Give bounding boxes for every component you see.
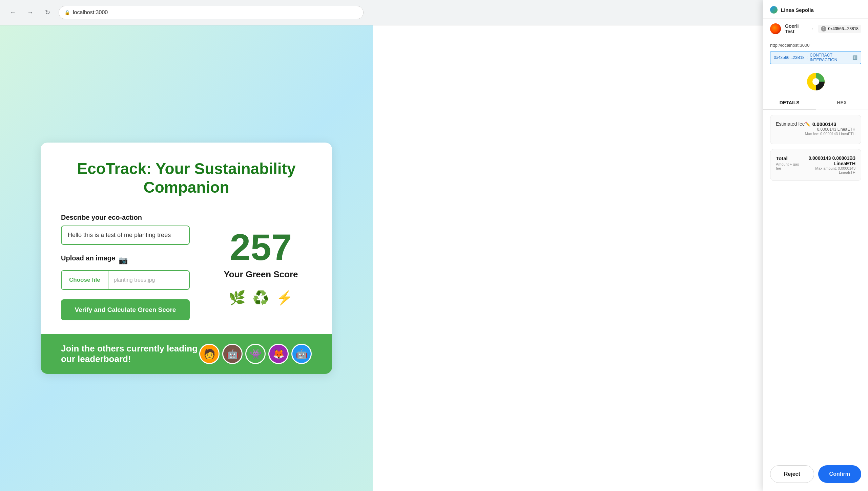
score-label: Your Green Score [224, 269, 298, 280]
eco-action-input[interactable] [61, 226, 190, 245]
upload-label: Upload an image [61, 254, 115, 262]
mm-total-max: Max amount: 0.0000143 LineaETH [799, 166, 855, 174]
leaf-icon: 🌿 [229, 290, 246, 306]
metamask-panel: Linea Sepolia Goerli Test → ? 0x43566...… [763, 0, 868, 491]
app-title: EcoTrack: Your Sustainability Companion [61, 159, 312, 197]
mm-body: Estimated fee ✏️ 0.0000143 0.0000143 Lin… [763, 109, 868, 460]
mm-fee-max: Max fee: 0.0000143 LineaETH [805, 132, 855, 136]
mm-tab-hex[interactable]: HEX [816, 96, 868, 109]
two-column-layout: Describe your eco-action Upload an image… [61, 214, 312, 320]
main-content: EcoTrack: Your Sustainability Companion … [0, 25, 373, 491]
avatar-4: 🦊 [268, 344, 289, 364]
back-button[interactable]: ← [7, 6, 19, 19]
mm-tab-details[interactable]: DETAILS [763, 96, 816, 109]
choose-file-button[interactable]: Choose file [62, 271, 108, 289]
mm-total-right: 0.0000143 0.00001B3 LineaETH Max amount:… [799, 155, 855, 174]
mm-contract-address: 0x43566...23B18 [774, 55, 805, 60]
mm-tabs: DETAILS HEX [763, 96, 868, 109]
camera-icon: 📷 [119, 256, 128, 265]
score-number: 257 [230, 229, 292, 266]
app-card: EcoTrack: Your Sustainability Companion … [41, 143, 332, 374]
avatar-row: 🧑 🤖 👾 🦊 🤖 [199, 344, 312, 364]
upload-label-row: Upload an image 📷 [61, 254, 190, 266]
mm-info-icon-2: ℹ️ [852, 55, 857, 60]
leaderboard-banner: Join the others currently leading our le… [41, 334, 332, 374]
address-bar[interactable]: 🔒 localhost:3000 [59, 6, 364, 19]
mm-total-section: Total Amount + gas fee 0.0000143 0.00001… [770, 149, 861, 181]
mm-footer: Reject Confirm [763, 460, 868, 491]
verify-button[interactable]: Verify and Calculate Green Score [61, 299, 190, 320]
mm-total-eth: 0.0000143 0.00001B3 LineaETH [799, 155, 855, 166]
mm-network-name: Linea Sepolia [781, 7, 814, 13]
mm-arrow-icon: → [809, 26, 814, 32]
recycle-icon: ♻️ [252, 290, 269, 306]
avatar-2: 🤖 [222, 344, 243, 364]
edit-fee-icon[interactable]: ✏️ [805, 122, 810, 127]
lock-icon: 🔒 [64, 10, 70, 15]
mm-account-avatar [770, 23, 781, 34]
mm-total-left: Total Amount + gas fee [776, 155, 799, 170]
mm-contract-badge: 0x43566...23B18 : CONTRACT INTERACTION ℹ… [770, 51, 861, 64]
mm-fee-eth-value: 0.0000143 [812, 121, 836, 127]
mm-contract-row: 0x43566...23B18 : CONTRACT INTERACTION ℹ… [763, 50, 868, 69]
mm-fee-right: ✏️ 0.0000143 0.0000143 LineaETH Max fee:… [805, 121, 855, 136]
mm-total-label: Total [776, 155, 799, 161]
avatar-5: 🤖 [291, 344, 312, 364]
mm-fee-value-row: ✏️ 0.0000143 [805, 121, 855, 127]
mm-info-icon: ? [821, 26, 826, 31]
mm-total-detail: 0.00001B3 LineaETH [832, 155, 855, 166]
confirm-button[interactable]: Confirm [818, 465, 862, 483]
mm-fee-label: Estimated fee [776, 121, 805, 127]
reload-button[interactable]: ↻ [41, 6, 54, 19]
bolt-icon: ⚡ [276, 290, 293, 306]
svg-point-1 [812, 78, 819, 85]
mm-fee-linea: 0.0000143 LineaETH [805, 127, 855, 132]
mm-address-text: 0x43566...23818 [828, 26, 859, 31]
mm-fee-section: Estimated fee ✏️ 0.0000143 0.0000143 Lin… [770, 115, 861, 144]
score-column: 257 Your Green Score 🌿 ♻️ ⚡ [210, 214, 312, 320]
mm-account-name: Goerli Test [785, 23, 805, 34]
colon-separator: : [807, 55, 808, 60]
mm-total-row: Total Amount + gas fee 0.0000143 0.00001… [776, 155, 855, 174]
mm-address-badge: ? 0x43566...23818 [818, 25, 861, 33]
mm-site-url: http://localhost:3000 [763, 39, 868, 50]
browser-chrome: ← → ↻ 🔒 localhost:3000 [0, 0, 868, 25]
score-icons: 🌿 ♻️ ⚡ [229, 290, 293, 306]
linea-logo-icon [770, 6, 778, 14]
avatar-3: 👾 [245, 344, 266, 364]
mm-fee-row: Estimated fee ✏️ 0.0000143 0.0000143 Lin… [776, 121, 855, 136]
leaderboard-text: Join the others currently leading our le… [61, 343, 199, 364]
mm-contract-type: CONTRACT INTERACTION [810, 53, 850, 62]
url-text: localhost:3000 [73, 9, 108, 16]
mm-account-row: Goerli Test → ? 0x43566...23818 [763, 19, 868, 39]
avatar-1: 🧑 [199, 344, 220, 364]
file-name-text: planting trees.jpg [108, 277, 161, 283]
form-column: Describe your eco-action Upload an image… [61, 214, 190, 320]
describe-label: Describe your eco-action [61, 214, 190, 221]
mm-header: Linea Sepolia [763, 0, 868, 19]
reject-button[interactable]: Reject [770, 465, 814, 483]
file-upload-box[interactable]: Choose file planting trees.jpg [61, 270, 190, 290]
mm-token-icon [806, 72, 825, 91]
forward-button[interactable]: → [24, 6, 36, 19]
mm-total-sublabel: Amount + gas fee [776, 162, 799, 170]
mm-total-value: 0.0000143 [808, 155, 831, 161]
